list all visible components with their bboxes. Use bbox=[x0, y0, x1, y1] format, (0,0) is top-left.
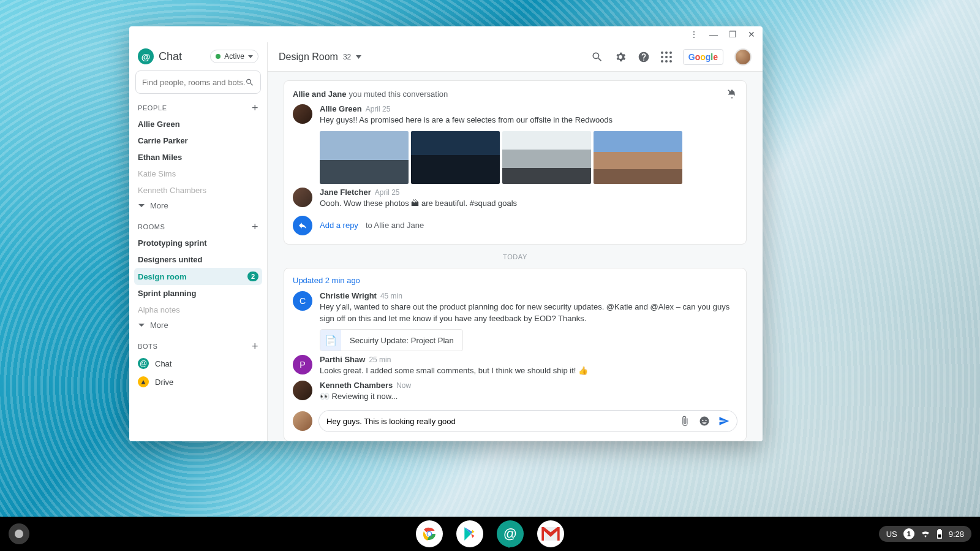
system-tray[interactable]: US 1 9:28 bbox=[879, 526, 971, 542]
search-icon[interactable] bbox=[591, 51, 603, 63]
launcher-button[interactable] bbox=[9, 523, 29, 544]
gear-icon[interactable] bbox=[614, 51, 627, 63]
tray-notification-badge: 1 bbox=[903, 528, 914, 539]
avatar bbox=[293, 188, 312, 207]
window-maximize-icon[interactable]: ❐ bbox=[729, 30, 737, 39]
message: C Christie Wright45 min Hey y'all, wante… bbox=[293, 291, 737, 352]
sidebar-header: @ Chat Active bbox=[134, 45, 262, 70]
sidebar-room[interactable]: Alpha notes bbox=[134, 302, 262, 318]
wifi-icon bbox=[921, 530, 930, 538]
room-title: Design Room bbox=[279, 51, 338, 63]
photo-thumb[interactable] bbox=[502, 131, 591, 184]
avatar: C bbox=[293, 291, 312, 311]
rooms-more[interactable]: More bbox=[134, 318, 262, 332]
svg-point-2 bbox=[669, 51, 672, 54]
add-room-button[interactable]: + bbox=[252, 221, 258, 232]
bot-chat-icon: @ bbox=[138, 358, 149, 369]
sidebar-room[interactable]: Sprint planning bbox=[134, 285, 262, 302]
emoji-icon[interactable] bbox=[699, 416, 710, 427]
reply-to-label: to Allie and Jane bbox=[366, 221, 424, 230]
avatar bbox=[293, 104, 312, 124]
window-minimize-icon[interactable]: — bbox=[709, 30, 718, 39]
apps-grid-icon[interactable] bbox=[661, 51, 672, 63]
status-dot-icon bbox=[216, 54, 221, 59]
avatar: P bbox=[293, 355, 312, 374]
chevron-down-icon[interactable] bbox=[356, 55, 361, 59]
section-rooms-header: ROOMS+ bbox=[134, 219, 262, 235]
thread-card: Allie and Jane you muted this conversati… bbox=[284, 80, 747, 245]
svg-point-0 bbox=[661, 51, 663, 54]
sidebar-person[interactable]: Kenneth Chambers bbox=[134, 182, 262, 199]
photo-thumb[interactable] bbox=[411, 131, 500, 184]
sidebar-bot[interactable]: @Chat bbox=[134, 354, 262, 373]
message: P Parthi Shaw25 min Looks great. I added… bbox=[293, 355, 737, 377]
composer bbox=[293, 410, 737, 432]
svg-point-4 bbox=[665, 56, 668, 58]
doc-icon: 📄 bbox=[320, 330, 341, 351]
photo-thumb[interactable] bbox=[594, 131, 682, 184]
add-person-button[interactable]: + bbox=[252, 102, 258, 113]
svg-point-5 bbox=[669, 56, 672, 58]
section-people-header: PEOPLE+ bbox=[134, 100, 262, 116]
profile-avatar[interactable] bbox=[734, 48, 752, 66]
mute-bell-off-icon[interactable] bbox=[726, 88, 737, 99]
sidebar-room[interactable]: Prototyping sprint bbox=[134, 235, 262, 251]
sidebar-bot[interactable]: ▲Drive bbox=[134, 373, 262, 391]
avatar bbox=[293, 411, 312, 431]
svg-point-8 bbox=[669, 60, 672, 63]
window-close-icon[interactable]: ✕ bbox=[748, 30, 755, 39]
chevron-down-icon bbox=[248, 55, 253, 58]
shelf-app-chrome[interactable] bbox=[416, 520, 443, 547]
main-panel: Design Room 32 Google Allie and Jane you bbox=[268, 42, 763, 441]
composer-input-wrap[interactable] bbox=[318, 410, 737, 432]
search-input[interactable] bbox=[142, 78, 245, 87]
shelf-app-play[interactable] bbox=[456, 520, 483, 547]
room-topbar: Design Room 32 Google bbox=[268, 42, 763, 72]
tray-language: US bbox=[886, 530, 897, 539]
chevron-down-icon bbox=[138, 323, 145, 328]
shelf-app-chat[interactable]: @ bbox=[497, 520, 524, 547]
sidebar-person[interactable]: Katie Sims bbox=[134, 165, 262, 182]
window-menu-icon[interactable]: ⋮ bbox=[690, 30, 698, 39]
help-icon[interactable] bbox=[638, 51, 650, 63]
add-reply-link[interactable]: Add a repy bbox=[320, 221, 358, 230]
composer-input[interactable] bbox=[326, 417, 679, 426]
section-bots-header: BOTS+ bbox=[134, 338, 262, 354]
sidebar-person[interactable]: Allie Green bbox=[134, 116, 262, 132]
room-member-count: 32 bbox=[343, 53, 351, 61]
send-icon[interactable] bbox=[718, 416, 729, 427]
doc-attachment[interactable]: 📄 Secuirty Update: Project Plan bbox=[320, 329, 463, 351]
thread-participants: Allie and Jane bbox=[293, 89, 346, 99]
photo-attachments bbox=[320, 131, 737, 184]
search-icon bbox=[245, 77, 254, 88]
sidebar-person[interactable]: Carrie Parker bbox=[134, 132, 262, 149]
chevron-down-icon bbox=[138, 203, 145, 208]
svg-point-6 bbox=[661, 60, 663, 63]
attach-icon[interactable] bbox=[679, 416, 690, 427]
people-more[interactable]: More bbox=[134, 199, 262, 213]
chromeos-shelf: @ US 1 9:28 bbox=[0, 517, 980, 551]
chat-logo-icon: @ bbox=[138, 48, 154, 64]
window-titlebar: ⋮ — ❐ ✕ bbox=[129, 26, 763, 42]
app-brand: Chat bbox=[159, 50, 182, 63]
add-bot-button[interactable]: + bbox=[252, 341, 258, 352]
tray-clock: 9:28 bbox=[949, 530, 964, 539]
presence-status[interactable]: Active bbox=[210, 50, 258, 63]
shelf-app-gmail[interactable] bbox=[537, 520, 564, 547]
sidebar-person[interactable]: Ethan Miles bbox=[134, 149, 262, 165]
google-brand[interactable]: Google bbox=[683, 49, 723, 65]
photo-thumb[interactable] bbox=[320, 131, 409, 184]
app-window: ⋮ — ❐ ✕ @ Chat Active PEOPLE+ bbox=[129, 26, 763, 441]
svg-rect-13 bbox=[938, 529, 941, 530]
svg-point-7 bbox=[665, 60, 668, 63]
svg-point-11 bbox=[428, 532, 431, 536]
sidebar-room[interactable]: Designers united bbox=[134, 251, 262, 268]
search-box[interactable] bbox=[135, 70, 261, 94]
battery-icon bbox=[937, 529, 943, 539]
reply-button[interactable] bbox=[293, 216, 312, 235]
message: Allie GreenApril 25 Hey guys!! As promis… bbox=[293, 104, 737, 184]
status-label: Active bbox=[224, 52, 244, 61]
message: Jane FletcherApril 25 Oooh. Wow these ph… bbox=[293, 188, 737, 210]
sidebar-room-active[interactable]: Design room2 bbox=[134, 268, 262, 285]
unread-badge: 2 bbox=[247, 272, 258, 281]
